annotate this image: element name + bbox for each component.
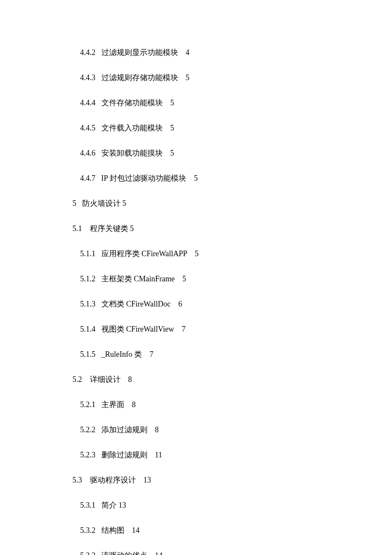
toc-entry: 5.3 驱动程序设计 13 [72,474,392,486]
toc-gap [187,249,195,258]
toc-gap [175,275,182,283]
toc-entry: 5.1.3 文档类 CFireWallDoc 6 [72,298,392,310]
toc-gap [136,476,144,484]
toc-page: 8 [128,375,132,384]
toc-separator [95,300,101,308]
toc-title: 应用程序类 CFireWallAPP [101,249,187,258]
toc-number: 5.1.1 [80,249,95,258]
toc-entry: 4.4.5 文件载入功能模块 5 [72,122,392,134]
toc-title: 添加过滤规则 [101,425,147,434]
toc-entry: 4.4.3 过滤规则存储功能模块 5 [72,72,392,84]
toc-title: 程序关键类 [90,224,128,233]
toc-page: 5 [130,224,134,233]
toc-gap [147,551,155,555]
toc-gap [147,451,155,459]
toc-entry: 5.1.4 视图类 CFireWallView 7 [72,324,392,335]
toc-number: 5.1.4 [80,325,95,333]
toc-number: 5 [72,199,76,208]
toc-entry: 4.4.6 安装卸载功能摸块 5 [72,147,392,159]
toc-number: 5.1.2 [80,275,95,283]
toc-page: 8 [155,425,159,434]
toc-separator [76,199,82,208]
toc-title: 过滤规则显示功能模块 [101,48,178,57]
toc-separator [95,551,101,555]
toc-separator [95,98,101,107]
toc-page: 5 [182,275,186,283]
toc-number: 4.4.3 [80,73,95,82]
toc-number: 5.1 [72,224,82,233]
toc-separator [82,476,90,484]
toc-page: 5 [170,149,174,157]
toc-number: 5.3 [72,476,82,484]
toc-number: 5.3.2 [80,526,95,535]
toc-gap [174,325,182,333]
toc-entry: 5.1.5 _RuleInfo 类 7 [72,349,392,360]
toc-gap [163,98,170,107]
toc-entry: 5.2 详细设计 8 [72,374,392,385]
toc-separator [95,400,101,409]
toc-number: 4.4.5 [80,124,95,132]
toc-title: 详细设计 [90,375,121,384]
toc-separator [95,325,101,333]
toc-separator [95,149,101,157]
toc-title: 安装卸载功能摸块 [101,149,163,157]
toc-number: 4.4.7 [80,174,95,182]
toc-page: 6 [179,300,182,308]
toc-title: 结构图 [101,526,124,535]
toc-separator [95,174,101,182]
toc-page: 7 [182,325,185,333]
toc-title: 文档类 CFireWallDoc [101,300,171,308]
toc-number: 5.3.1 [80,501,95,509]
toc-gap [147,425,155,434]
toc-entry: 5.3.1 简介 13 [72,500,392,511]
toc-entry: 5.1.2 主框架类 CMainFrame 5 [72,273,392,285]
toc-separator [95,275,101,283]
toc-title: 防火墙设计 [82,199,121,208]
toc-gap [186,174,194,182]
toc-entry: 4.4.2 过滤规则显示功能模块 4 [72,47,392,58]
toc-number: 5.2.3 [80,451,95,459]
toc-number: 5.1.3 [80,300,95,308]
toc-page: 5 [122,199,126,208]
toc-separator [95,124,101,132]
toc-page: 8 [132,400,136,409]
toc-title: 删除过滤规则 [101,451,147,459]
toc-entry: 5.3.3 该驱动的优点 14 [72,550,392,555]
toc-title: IP 封包过滤驱动功能模块 [101,174,187,182]
toc-gap [124,400,132,409]
toc-separator [95,249,101,258]
toc-separator [95,425,101,434]
toc-entry: 5.1.1 应用程序类 CFireWallAPP 5 [72,248,392,260]
toc-separator [95,48,101,57]
toc-page: 5 [195,249,199,258]
toc-page: 5 [170,124,174,132]
toc-page: 5 [170,98,174,107]
toc-number: 5.2.1 [80,400,95,409]
toc-title: 主框架类 CMainFrame [101,275,175,283]
toc-entry: 5.2.3 删除过滤规则 11 [72,449,392,461]
toc-title: _RuleInfo 类 [101,350,142,358]
toc-number: 5.1.5 [80,350,95,358]
toc-entry: 5.3.2 结构图 14 [72,525,392,536]
toc-title: 该驱动的优点 [101,551,147,555]
toc-page: 11 [155,451,162,459]
toc-gap [178,73,186,82]
toc-page: 4 [186,48,190,57]
toc-gap [124,526,132,535]
toc-entry: 4.4.4 文件存储功能模块 5 [72,97,392,109]
toc-number: 4.4.4 [80,98,95,107]
toc-gap [163,124,170,132]
toc-gap [171,300,179,308]
toc-title: 简介 [101,501,117,509]
toc-page: 5 [194,174,198,182]
toc-number: 5.2 [72,375,82,384]
toc-separator [82,224,90,233]
toc-title: 文件存储功能模块 [101,98,163,107]
toc-number: 4.4.6 [80,149,95,157]
toc-gap [142,350,150,358]
toc-separator [82,375,90,384]
toc-title: 主界面 [101,400,124,409]
toc-gap [163,149,170,157]
toc-page: 14 [155,551,163,555]
toc-separator [95,501,101,509]
